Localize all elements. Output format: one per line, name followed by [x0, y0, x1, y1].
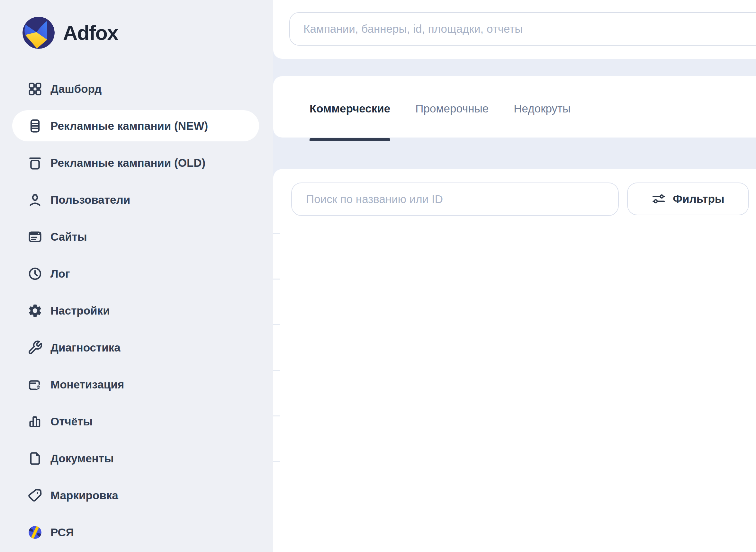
brand-logo[interactable]: Adfox	[22, 17, 118, 49]
rsya-logo-icon	[27, 525, 43, 540]
row-separator	[273, 324, 280, 325]
sidebar-item-label: Отчёты	[50, 415, 93, 428]
sidebar-item-monetization[interactable]: Монетизация	[12, 369, 259, 400]
tab-label: Промерочные	[415, 102, 489, 115]
adfox-logo-icon	[22, 17, 54, 49]
sidebar-item-users[interactable]: Пользователи	[12, 184, 259, 215]
sidebar-item-dashboard[interactable]: Дашборд	[12, 73, 259, 105]
tab-label: Недокруты	[514, 102, 571, 115]
sidebar-item-settings[interactable]: Настройки	[12, 295, 259, 326]
sidebar-item-sites[interactable]: Сайты	[12, 221, 259, 252]
sidebar-item-label: Сайты	[50, 230, 87, 243]
sidebar: Adfox Дашборд	[0, 0, 273, 552]
sidebar-item-marking[interactable]: Маркировка	[12, 480, 259, 511]
row-separator	[273, 233, 280, 234]
sidebar-item-label: РСЯ	[50, 526, 74, 539]
tab-test[interactable]: Промерочные	[415, 80, 489, 138]
adfox-app: Adfox Дашборд	[0, 0, 756, 552]
tab-underdelivery[interactable]: Недокруты	[514, 80, 571, 138]
sidebar-item-label: Маркировка	[50, 489, 118, 502]
brand-name: Adfox	[63, 21, 118, 44]
global-search-input[interactable]	[289, 12, 756, 46]
sidebar-item-reports[interactable]: Отчёты	[12, 406, 259, 437]
wallet-icon	[27, 377, 43, 392]
filters-button[interactable]: Фильтры	[627, 182, 749, 215]
main-region: Коммерческие Промерочные Недокруты	[273, 0, 756, 552]
sidebar-item-label: Документы	[50, 452, 114, 465]
sidebar-item-campaigns-old[interactable]: Рекламные кампании (OLD)	[12, 147, 259, 178]
sidebar-item-diagnostics[interactable]: Диагностика	[12, 332, 259, 363]
row-separator	[273, 279, 280, 280]
sidebar-nav: Дашборд Рекламные кампании (NEW)	[0, 73, 273, 552]
tag-icon	[27, 488, 43, 503]
sidebar-item-rsya[interactable]: РСЯ	[12, 517, 259, 548]
filters-button-label: Фильтры	[673, 192, 724, 205]
campaign-search-input[interactable]	[291, 182, 619, 216]
tab-commercial[interactable]: Коммерческие	[309, 80, 390, 138]
sidebar-item-label: Пользователи	[50, 193, 130, 206]
active-tab-underline	[309, 138, 390, 141]
sidebar-item-label: Рекламные кампании (NEW)	[50, 120, 208, 132]
sidebar-item-label: Монетизация	[50, 378, 124, 391]
sidebar-item-log[interactable]: Лог	[12, 258, 259, 289]
wrench-icon	[27, 340, 43, 356]
sliders-icon	[651, 192, 666, 206]
sidebar-item-campaigns-new[interactable]: Рекламные кампании (NEW)	[12, 110, 259, 141]
sidebar-item-label: Диагностика	[50, 341, 121, 354]
tabs-bar: Коммерческие Промерочные Недокруты	[273, 76, 756, 138]
sidebar-item-documents[interactable]: Документы	[12, 443, 259, 474]
sidebar-item-label: Настройки	[50, 304, 110, 317]
archive-box-icon	[27, 155, 43, 171]
sidebar-item-label: Дашборд	[50, 83, 102, 96]
dashboard-grid-icon	[27, 81, 43, 97]
row-separator	[273, 461, 280, 462]
row-separator	[273, 370, 280, 371]
document-icon	[27, 451, 43, 466]
sidebar-item-label: Рекламные кампании (OLD)	[50, 156, 206, 169]
sidebar-item-label: Лог	[50, 267, 70, 280]
clock-icon	[27, 266, 43, 281]
row-separator	[273, 415, 280, 416]
bar-chart-icon	[27, 414, 43, 429]
campaigns-stack-icon	[27, 118, 43, 134]
user-icon	[27, 192, 43, 208]
browser-window-icon	[27, 229, 43, 245]
topbar	[273, 0, 756, 59]
tab-label: Коммерческие	[309, 102, 390, 115]
gear-icon	[27, 303, 43, 318]
content-panel: Фильтры	[273, 169, 756, 552]
